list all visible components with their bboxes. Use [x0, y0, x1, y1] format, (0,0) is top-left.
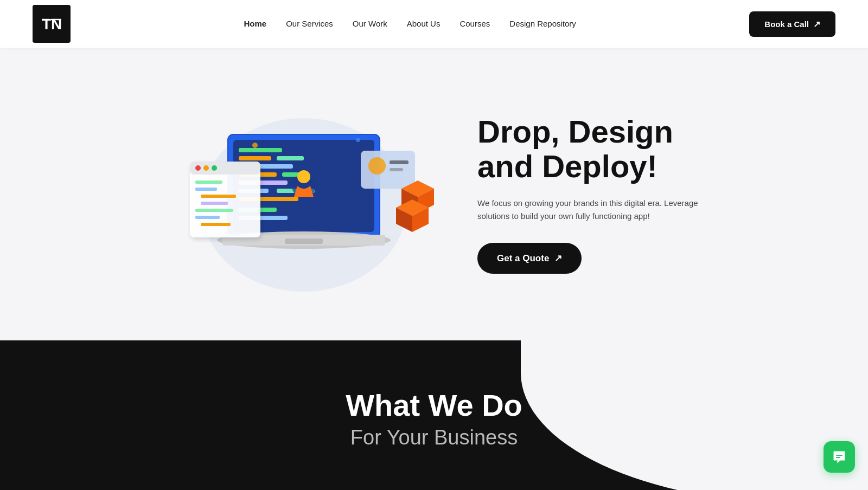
- svg-point-25: [195, 165, 201, 171]
- svg-point-26: [203, 165, 209, 171]
- book-call-arrow-icon: ↗: [813, 19, 820, 29]
- nav-about-link[interactable]: About Us: [407, 19, 441, 28]
- svg-rect-22: [285, 238, 323, 244]
- hero-section: Drop, Design and Deploy! We focus on gro…: [0, 48, 868, 340]
- svg-rect-29: [195, 188, 217, 191]
- svg-rect-31: [201, 202, 228, 205]
- svg-rect-9: [239, 156, 271, 160]
- svg-rect-33: [195, 216, 220, 219]
- nav-courses-link[interactable]: Courses: [459, 19, 490, 28]
- nav-design-repo[interactable]: Design Repository: [509, 19, 576, 29]
- chat-icon: [832, 449, 847, 465]
- svg-point-47: [252, 143, 258, 148]
- svg-rect-49: [836, 455, 843, 456]
- hero-content: Drop, Design and Deploy! We focus on gro…: [477, 114, 705, 274]
- book-call-label: Book a Call: [764, 20, 809, 29]
- nav-home[interactable]: Home: [244, 19, 266, 29]
- bottom-section: What We Do For Your Business: [0, 340, 868, 490]
- nav-work[interactable]: Our Work: [353, 19, 387, 29]
- logo[interactable]: T N: [33, 5, 71, 43]
- nav-links: Home Our Services Our Work About Us Cour…: [244, 19, 576, 29]
- nav-courses[interactable]: Courses: [459, 19, 490, 29]
- get-quote-arrow-icon: ↗: [554, 253, 562, 264]
- svg-rect-38: [390, 168, 403, 171]
- bottom-content: What We Do For Your Business: [346, 389, 522, 450]
- nav-services-link[interactable]: Our Services: [286, 19, 333, 28]
- nav-about[interactable]: About Us: [407, 19, 441, 29]
- svg-point-48: [356, 138, 360, 142]
- get-quote-label: Get a Quote: [497, 253, 549, 264]
- logo-icon: T N: [33, 5, 71, 43]
- navbar: T N Home Our Services Our Work About Us …: [0, 0, 868, 48]
- svg-point-27: [212, 165, 217, 171]
- svg-rect-34: [201, 223, 231, 226]
- svg-rect-50: [836, 457, 840, 458]
- book-call-button[interactable]: Book a Call ↗: [749, 11, 835, 37]
- svg-rect-30: [201, 195, 236, 198]
- hero-description: We focus on growing your brands in this …: [477, 197, 705, 224]
- nav-home-link[interactable]: Home: [244, 19, 266, 28]
- svg-point-36: [368, 157, 386, 175]
- svg-rect-8: [239, 148, 282, 152]
- svg-rect-10: [277, 156, 304, 160]
- svg-point-46: [297, 170, 310, 183]
- chat-button[interactable]: [824, 441, 855, 473]
- svg-rect-37: [390, 160, 409, 164]
- svg-rect-32: [195, 209, 233, 212]
- hero-title: Drop, Design and Deploy!: [477, 114, 705, 184]
- get-quote-button[interactable]: Get a Quote ↗: [477, 243, 582, 274]
- nav-design-repo-link[interactable]: Design Repository: [509, 19, 576, 28]
- for-your-business-subtitle: For Your Business: [346, 426, 522, 449]
- svg-text:T: T: [42, 16, 51, 33]
- svg-rect-28: [195, 180, 222, 184]
- svg-text:N: N: [51, 16, 62, 33]
- hero-illustration: [163, 80, 445, 308]
- what-we-do-title: What We Do: [346, 389, 522, 422]
- nav-services[interactable]: Our Services: [286, 19, 333, 29]
- svg-rect-35: [361, 151, 415, 189]
- nav-work-link[interactable]: Our Work: [353, 19, 387, 28]
